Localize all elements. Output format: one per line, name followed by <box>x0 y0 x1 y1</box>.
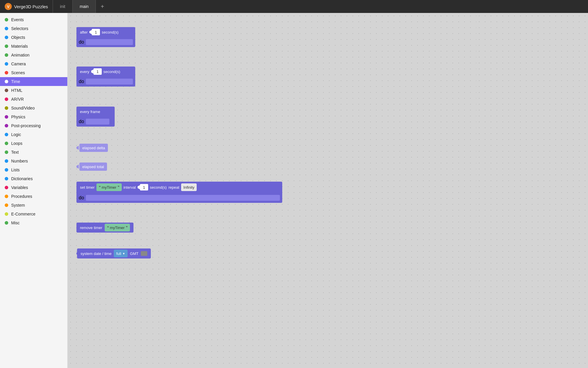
elapsed-delta-container: elapsed delta <box>76 144 108 152</box>
set-timer-body: do <box>76 193 282 203</box>
every-block[interactable]: every 1 second(s) do <box>76 67 135 87</box>
do-slot-4 <box>86 195 280 201</box>
set-timer-header: set timer ❝ myTimer ❞ interval 1 second(… <box>76 182 282 193</box>
dot-icon <box>5 150 8 154</box>
do-slot <box>86 39 133 45</box>
every-frame-block[interactable]: every frame do <box>76 107 115 127</box>
dot-icon <box>5 124 8 127</box>
dot-icon <box>5 212 8 216</box>
sidebar-item-e-commerce[interactable]: E-Commerce <box>0 210 67 218</box>
do-label: do <box>79 39 84 45</box>
remove-timer-container: remove timer ❝ myTimer ❞ <box>76 223 133 233</box>
every-frame-body: do <box>76 117 115 127</box>
dot-icon <box>5 115 8 119</box>
sidebar-item-misc[interactable]: Misc <box>0 218 67 227</box>
sidebar-item-camera[interactable]: Camera <box>0 59 67 68</box>
sidebar-item-logic[interactable]: Logic <box>0 130 67 139</box>
do-label-3: do <box>79 119 84 124</box>
sidebar-item-dictionaries[interactable]: Dictionaries <box>0 174 67 183</box>
sidebar-item-selectors[interactable]: Selectors <box>0 24 67 33</box>
elapsed-delta-block: elapsed delta <box>76 144 108 152</box>
seconds-label-2: second(s) <box>103 69 120 74</box>
timer-name-input[interactable]: ❝ myTimer ❞ <box>96 183 122 191</box>
set-timer-label: set timer <box>80 185 95 190</box>
tab-main[interactable]: main <box>73 0 96 13</box>
after-label: after <box>80 30 88 34</box>
app-logo[interactable]: V Verge3D Puzzles <box>0 3 53 10</box>
sidebar-item-label: Text <box>11 150 19 155</box>
sidebar-item-procedures[interactable]: Procedures <box>0 192 67 201</box>
elapsed-total-value: elapsed total <box>79 163 107 171</box>
sidebar-item-objects[interactable]: Objects <box>0 33 67 42</box>
tab-init[interactable]: init <box>53 0 73 13</box>
do-slot-2 <box>86 79 133 84</box>
every-value-connector: 1 <box>91 68 102 75</box>
dot-icon <box>5 97 8 101</box>
dot-icon <box>5 168 8 172</box>
sidebar-item-materials[interactable]: Materials <box>0 42 67 51</box>
dot-icon <box>5 133 8 136</box>
sidebar-item-html[interactable]: HTML <box>0 86 67 95</box>
dot-icon <box>5 44 8 48</box>
sidebar-item-label: Lists <box>11 168 20 172</box>
sidebar-item-time[interactable]: Time <box>0 77 67 86</box>
add-tab-button[interactable]: + <box>96 0 109 13</box>
dot-icon <box>5 142 8 145</box>
sidebar-item-label: Objects <box>11 35 25 40</box>
sidebar-item-lists[interactable]: Lists <box>0 165 67 174</box>
every-frame-header: every frame <box>76 107 115 117</box>
dot-icon <box>5 89 8 92</box>
every-block-body: do <box>76 77 135 87</box>
dot-icon <box>5 18 8 21</box>
sidebar-item-ar-vr[interactable]: AR/VR <box>0 95 67 104</box>
sidebar-item-events[interactable]: Events <box>0 15 67 24</box>
dot-icon <box>5 203 8 207</box>
every-value[interactable]: 1 <box>93 68 102 75</box>
right-panel <box>476 13 588 368</box>
remove-timer-label: remove timer <box>80 226 102 230</box>
dot-icon <box>5 106 8 110</box>
do-slot-3 <box>86 119 109 125</box>
format-dropdown[interactable]: full ▼ <box>114 250 128 257</box>
sidebar-item-label: Physics <box>11 115 25 119</box>
sidebar-item-numbers[interactable]: Numbers <box>0 157 67 165</box>
elapsed-delta-value: elapsed delta <box>79 144 108 152</box>
dot-icon <box>5 53 8 57</box>
set-timer-block[interactable]: set timer ❝ myTimer ❞ interval 1 second(… <box>76 182 282 203</box>
interval-label: interval <box>123 185 136 190</box>
after-block[interactable]: after 1 second(s) do <box>76 27 135 47</box>
sidebar-item-scenes[interactable]: Scenes <box>0 68 67 77</box>
sidebar-item-label: Misc <box>11 221 20 225</box>
sidebar-item-sound-video[interactable]: Sound/Video <box>0 104 67 112</box>
elapsed-total-container: elapsed total <box>76 163 107 171</box>
after-value[interactable]: 1 <box>92 29 100 35</box>
sidebar-item-physics[interactable]: Physics <box>0 112 67 121</box>
remove-timer-name[interactable]: ❝ myTimer ❞ <box>105 224 130 231</box>
sidebar-item-variables[interactable]: Variables <box>0 183 67 192</box>
dot-icon <box>5 80 8 83</box>
interval-value[interactable]: 1 <box>140 184 148 190</box>
sidebar-item-text[interactable]: Text <box>0 148 67 157</box>
gmt-toggle[interactable] <box>141 251 147 256</box>
infinity-value[interactable]: Infinity <box>181 183 197 191</box>
sidebar-item-label: Materials <box>11 44 28 49</box>
sidebar-item-label: Selectors <box>11 26 28 31</box>
every-frame-container: every frame do <box>76 107 115 127</box>
canvas-area[interactable]: after 1 second(s) do every <box>68 13 476 368</box>
sidebar-item-post-processing[interactable]: Post-processing <box>0 121 67 130</box>
connector-nub-2 <box>91 69 93 74</box>
dot-icon <box>5 71 8 74</box>
remove-timer-block[interactable]: remove timer ❝ myTimer ❞ <box>76 223 133 233</box>
sidebar-item-system[interactable]: System <box>0 201 67 210</box>
dropdown-arrow-icon: ▼ <box>122 252 125 255</box>
sidebar-item-animation[interactable]: Animation <box>0 51 67 59</box>
sidebar-item-label: Animation <box>11 53 29 57</box>
repeat-label: repeat <box>168 185 179 190</box>
sidebar-item-label: Variables <box>11 185 28 190</box>
logo-icon: V <box>5 3 12 10</box>
sidebar-item-label: Camera <box>11 62 26 66</box>
elapsed-total-block: elapsed total <box>76 163 107 171</box>
system-datetime-block[interactable]: system date / time full ▼ GMT <box>77 248 151 258</box>
sidebar-item-label: Events <box>11 17 24 22</box>
sidebar-item-loops[interactable]: Loops <box>0 139 67 148</box>
